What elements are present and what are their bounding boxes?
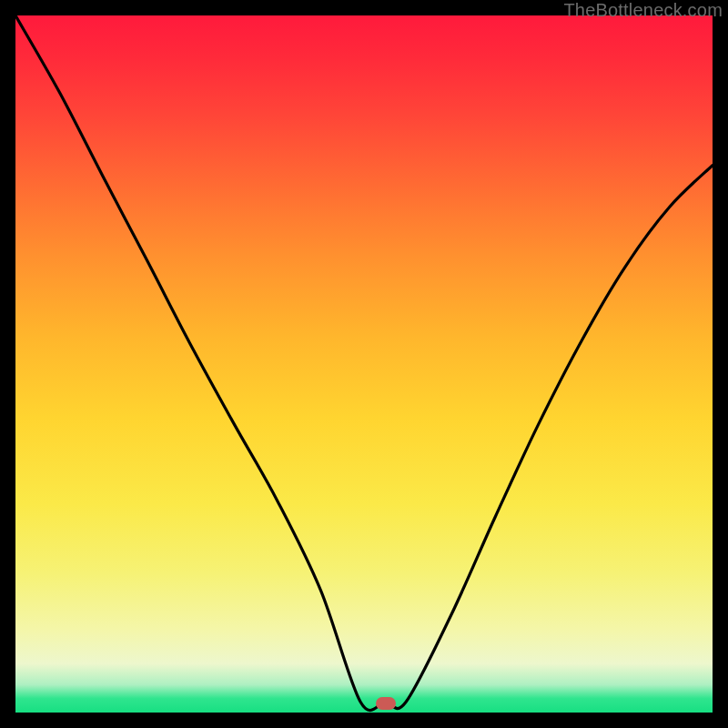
optimal-marker xyxy=(376,697,396,710)
watermark-text: TheBottleneck.com xyxy=(563,0,723,21)
chart-frame: TheBottleneck.com xyxy=(0,0,728,728)
plot-area xyxy=(15,15,713,713)
bottleneck-curve xyxy=(15,15,713,713)
